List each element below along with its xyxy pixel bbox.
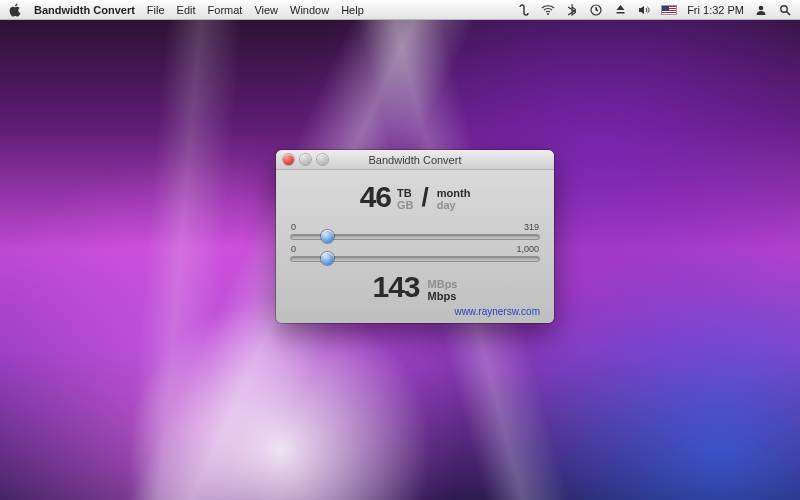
menubar: Bandwidth Convert File Edit Format View … (0, 0, 800, 20)
bandwidth-amount-slider[interactable] (290, 234, 540, 240)
rate-unit-primary: MBps (428, 278, 458, 290)
bandwidth-rate-slider-thumb[interactable] (321, 252, 334, 265)
bandwidth-unit-primary: TB (397, 187, 414, 199)
time-machine-icon[interactable] (589, 3, 603, 17)
bandwidth-period-secondary: day (437, 199, 471, 211)
bandwidth-amount-slider-thumb[interactable] (321, 230, 334, 243)
bandwidth-amount-value: 46 (360, 180, 391, 214)
menu-edit[interactable]: Edit (177, 4, 196, 16)
per-separator: / (422, 182, 429, 213)
scripts-menu-icon[interactable] (517, 3, 531, 17)
svg-point-2 (759, 5, 764, 10)
wifi-icon[interactable] (541, 3, 555, 17)
window-minimize-button[interactable] (300, 154, 311, 165)
svg-line-4 (787, 11, 791, 15)
slider2-max-label: 1,000 (516, 244, 539, 254)
app-window: Bandwidth Convert 46 TB GB / month day 0… (276, 150, 554, 323)
bandwidth-rate-readout: 143 MBps Mbps (290, 266, 540, 304)
slider1-min-label: 0 (291, 222, 296, 232)
slider2-min-label: 0 (291, 244, 296, 254)
menubar-clock[interactable]: Fri 1:32 PM (687, 4, 744, 16)
menu-help[interactable]: Help (341, 4, 364, 16)
bluetooth-icon[interactable] (565, 3, 579, 17)
menu-file[interactable]: File (147, 4, 165, 16)
bandwidth-rate-slider[interactable] (290, 256, 540, 262)
svg-point-3 (781, 5, 787, 11)
vendor-link[interactable]: www.raynersw.com (290, 304, 540, 317)
slider1-max-label: 319 (524, 222, 539, 232)
app-menu[interactable]: Bandwidth Convert (34, 4, 135, 16)
window-titlebar[interactable]: Bandwidth Convert (276, 150, 554, 170)
user-menu-icon[interactable] (754, 3, 768, 17)
menu-format[interactable]: Format (208, 4, 243, 16)
eject-icon[interactable] (613, 3, 627, 17)
bandwidth-amount-readout: 46 TB GB / month day (290, 178, 540, 220)
bandwidth-amount-slider-group: 0 319 (290, 222, 540, 240)
menu-window[interactable]: Window (290, 4, 329, 16)
bandwidth-period-primary: month (437, 187, 471, 199)
volume-icon[interactable] (637, 3, 651, 17)
svg-point-0 (547, 13, 549, 15)
input-source-flag-icon[interactable] (661, 5, 677, 15)
rate-unit-secondary: Mbps (428, 290, 458, 302)
bandwidth-rate-slider-group: 0 1,000 (290, 244, 540, 262)
spotlight-icon[interactable] (778, 3, 792, 17)
apple-menu-icon[interactable] (8, 3, 22, 17)
window-zoom-button[interactable] (317, 154, 328, 165)
window-close-button[interactable] (283, 154, 294, 165)
menu-view[interactable]: View (254, 4, 278, 16)
bandwidth-rate-value: 143 (372, 270, 419, 304)
bandwidth-unit-secondary: GB (397, 199, 414, 211)
